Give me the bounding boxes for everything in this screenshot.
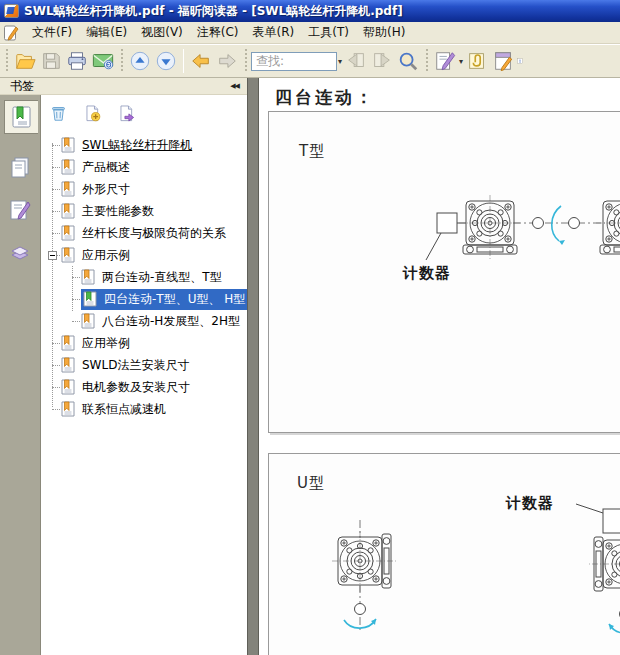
previous-view-button[interactable]: [127, 48, 153, 74]
bookmark-item[interactable]: 电机参数及安装尺寸: [41, 376, 247, 398]
go-back-button[interactable]: [188, 48, 214, 74]
bookmark-icon: [61, 247, 75, 263]
u-type-diagram: [269, 454, 620, 655]
bookmarks-title: 书签: [10, 78, 34, 95]
toolbar-grip[interactable]: [243, 49, 248, 73]
bookmark-item[interactable]: 产品概述: [41, 156, 247, 178]
text-tool-icon: [517, 50, 523, 72]
menu-view[interactable]: 视图(V): [134, 22, 190, 43]
bookmark-icon: [81, 313, 95, 329]
bookmark-label: 联系恒点减速机: [80, 400, 168, 419]
toolbar-separator: [183, 49, 184, 73]
bookmark-icon: [61, 137, 75, 153]
email-button[interactable]: [90, 48, 116, 74]
bookmark-item[interactable]: 应用示例: [41, 244, 247, 266]
menu-edit[interactable]: 编辑(E): [79, 22, 134, 43]
nav-layers-tab[interactable]: [4, 236, 36, 270]
bookmarks-tree: SWL蜗轮丝杆升降机 产品概述 外形尺寸: [41, 131, 247, 655]
collapse-panel-button[interactable]: ◀◀: [230, 82, 239, 90]
document-view[interactable]: 四台连动： T型 计数器: [259, 78, 620, 655]
bookmarks-toolbar: [41, 95, 247, 131]
find-previous-icon: [345, 50, 367, 72]
bookmark-label: 应用示例: [80, 246, 132, 265]
open-folder-icon: [14, 50, 36, 72]
find-previous-button[interactable]: [343, 48, 369, 74]
delete-bookmark-button[interactable]: [47, 102, 69, 124]
bookmark-item[interactable]: 应用举例: [41, 332, 247, 354]
bookmark-item-selected[interactable]: 四台连动-T型、U型、 H型: [41, 288, 247, 310]
document-icon: [3, 25, 19, 41]
bookmark-label: 八台连动-H发展型、2H型: [100, 312, 242, 331]
bookmark-item[interactable]: 外形尺寸: [41, 178, 247, 200]
bookmarks-panel: SWL蜗轮丝杆升降机 产品概述 外形尺寸: [40, 95, 247, 655]
down-arrow-circle-icon: [155, 50, 177, 72]
bookmark-item[interactable]: SWLD法兰安装尺寸: [41, 354, 247, 376]
t-type-diagram: [269, 112, 620, 432]
save-disk-icon: [40, 50, 62, 72]
bookmark-icon: [61, 159, 75, 175]
main-area: 书签 ◀◀: [0, 78, 620, 655]
toolbar-grip[interactable]: [119, 49, 124, 73]
menu-comment[interactable]: 注释(C): [190, 22, 246, 43]
note-tool-caret[interactable]: ▾: [459, 57, 463, 66]
toolbar-grip[interactable]: [4, 49, 9, 73]
highlight-note-button[interactable]: [490, 48, 516, 74]
forward-arrow-icon: [216, 50, 238, 72]
find-next-button[interactable]: [369, 48, 395, 74]
bookmark-item[interactable]: 八台连动-H发展型、2H型: [41, 310, 247, 332]
bookmark-label: SWL蜗轮丝杆升降机: [80, 136, 194, 155]
open-button[interactable]: [12, 48, 38, 74]
menu-file[interactable]: 文件(F): [25, 22, 79, 43]
nav-pages-tab[interactable]: [4, 150, 36, 184]
bookmark-item[interactable]: SWL蜗轮丝杆升降机: [41, 134, 247, 156]
menu-bar: 文件(F) 编辑(E) 视图(V) 注释(C) 表单(R) 工具(T) 帮助(H…: [0, 22, 620, 44]
window-title: SWL蜗轮丝杆升降机.pdf - 福昕阅读器 - [SWL蜗轮丝杆升降机.pdf…: [24, 3, 403, 20]
bookmark-label: 应用举例: [80, 334, 132, 353]
note-orange-pencil-icon: [492, 50, 514, 72]
bookmark-label: 外形尺寸: [80, 180, 132, 199]
bookmark-icon: [61, 181, 75, 197]
next-view-button[interactable]: [153, 48, 179, 74]
text-tool-button[interactable]: [516, 48, 524, 74]
printer-icon: [66, 50, 88, 72]
bookmark-icon: [61, 357, 75, 373]
bookmark-icon: [61, 335, 75, 351]
bookmark-item[interactable]: 丝杆长度与极限负荷的关系: [41, 222, 247, 244]
find-input[interactable]: [251, 52, 337, 71]
note-tool-button[interactable]: [432, 48, 458, 74]
menu-help[interactable]: 帮助(H): [356, 22, 412, 43]
bookmark-icon: [61, 225, 75, 241]
bookmark-icon: [61, 203, 75, 219]
menu-tools[interactable]: 工具(T): [301, 22, 356, 43]
nav-bookmarks-tab[interactable]: [4, 100, 38, 134]
toolbar-grip[interactable]: [424, 49, 429, 73]
navigation-rail: [0, 95, 40, 655]
find-dropdown-caret[interactable]: ▾: [338, 57, 342, 66]
print-button[interactable]: [64, 48, 90, 74]
nav-comments-tab[interactable]: [4, 193, 36, 227]
attach-note-button[interactable]: [464, 48, 490, 74]
save-button[interactable]: [38, 48, 64, 74]
search-button[interactable]: [395, 48, 421, 74]
bookmark-label: 产品概述: [80, 158, 132, 177]
page-heading: 四台连动：: [275, 86, 375, 109]
find-combo: ▾: [251, 52, 343, 71]
layers-panel-icon: [8, 241, 32, 265]
add-bookmark-button[interactable]: [81, 102, 103, 124]
export-bookmark-button[interactable]: [115, 102, 137, 124]
expander-minus[interactable]: [48, 251, 57, 260]
menu-form[interactable]: 表单(R): [246, 22, 302, 43]
add-bookmark-icon: [83, 104, 102, 123]
app-window: SWL蜗轮丝杆升降机.pdf - 福昕阅读器 - [SWL蜗轮丝杆升降机.pdf…: [0, 0, 620, 655]
pane-splitter[interactable]: [247, 78, 259, 655]
go-forward-button[interactable]: [214, 48, 240, 74]
bookmark-label: SWLD法兰安装尺寸: [80, 356, 191, 375]
bookmark-item[interactable]: 两台连动-直线型、T型: [41, 266, 247, 288]
bookmark-icon-selected: [83, 291, 97, 307]
figure-t-type: T型 计数器: [268, 111, 620, 433]
bookmark-item[interactable]: 联系恒点减速机: [41, 398, 247, 420]
title-bar: SWL蜗轮丝杆升降机.pdf - 福昕阅读器 - [SWL蜗轮丝杆升降机.pdf…: [0, 0, 620, 22]
up-arrow-circle-icon: [129, 50, 151, 72]
bookmark-item[interactable]: 主要性能参数: [41, 200, 247, 222]
note-pencil-icon: [434, 50, 456, 72]
